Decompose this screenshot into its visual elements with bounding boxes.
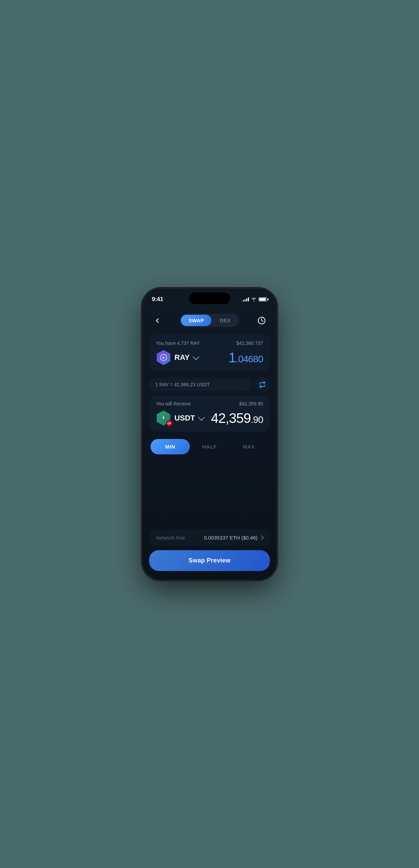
ray-token-logo: R bbox=[156, 350, 171, 365]
from-token-selector[interactable]: R RAY bbox=[156, 350, 198, 365]
header: SWAP DEX bbox=[142, 308, 277, 332]
tab-dex[interactable]: DEX bbox=[212, 315, 238, 326]
nav-tabs: SWAP DEX bbox=[180, 314, 239, 327]
to-token-name: USDT bbox=[174, 414, 195, 423]
spacer bbox=[149, 461, 270, 529]
status-time: 9:41 bbox=[152, 296, 163, 303]
dynamic-island bbox=[189, 293, 230, 304]
svg-text:R: R bbox=[162, 356, 165, 360]
receive-label: You will Receive bbox=[156, 401, 191, 406]
network-fee-row: Network Fee 0.0035337 ETH ($0.46) bbox=[156, 535, 263, 541]
from-token-chevron bbox=[193, 353, 200, 360]
from-amount-decimal: .04680 bbox=[236, 354, 263, 364]
battery-icon bbox=[259, 297, 267, 301]
signal-icon bbox=[243, 297, 249, 301]
from-token-amount[interactable]: 1.04680 bbox=[228, 350, 263, 365]
from-header: You have 4.737 RAY $42,360.737 bbox=[156, 340, 263, 346]
from-section: You have 4.737 RAY $42,360.737 R bbox=[149, 335, 270, 371]
exchange-rate-pill: 1 RAY = 41,986.23 USDT bbox=[149, 378, 252, 391]
network-fee-section[interactable]: Network Fee 0.0035337 ETH ($0.46) bbox=[149, 529, 270, 546]
amount-buttons: MIN HALF MAX bbox=[149, 438, 270, 456]
screen: 9:41 bbox=[142, 288, 277, 580]
to-section: You will Receive $42,359.90 ₮ bbox=[149, 396, 270, 431]
from-amount-main: 1 bbox=[228, 350, 236, 365]
receive-usd: $42,359.90 bbox=[239, 401, 263, 406]
usdt-token-logo-wrapper: ₮ OP bbox=[156, 411, 171, 426]
network-fee-chevron bbox=[259, 535, 264, 540]
swap-reverse-button[interactable] bbox=[255, 377, 270, 392]
from-token-row: R RAY 1.04680 bbox=[156, 350, 263, 365]
network-fee-amount: 0.0035337 ETH ($0.46) bbox=[204, 535, 258, 541]
status-icons bbox=[243, 297, 267, 301]
to-token-chevron bbox=[198, 414, 205, 421]
to-token-amount: 42,359.90 bbox=[211, 411, 263, 426]
to-header: You will Receive $42,359.90 bbox=[156, 401, 263, 406]
half-button[interactable]: HALF bbox=[190, 439, 229, 454]
exchange-rate-row: 1 RAY = 41,986.23 USDT bbox=[149, 377, 270, 392]
back-button[interactable] bbox=[150, 314, 164, 327]
exchange-rate-text: 1 RAY = 41,986.23 USDT bbox=[155, 382, 210, 387]
main-content: You have 4.737 RAY $42,360.737 R bbox=[142, 332, 277, 580]
tab-swap[interactable]: SWAP bbox=[181, 315, 211, 326]
to-token-selector[interactable]: ₮ OP USDT bbox=[156, 411, 204, 426]
op-badge: OP bbox=[166, 420, 172, 426]
from-token-name: RAY bbox=[174, 353, 189, 362]
to-token-row: ₮ OP USDT 42,359.90 bbox=[156, 411, 263, 426]
history-button[interactable] bbox=[255, 314, 269, 327]
network-fee-label: Network Fee bbox=[156, 535, 185, 541]
receive-amount-main: 42,359 bbox=[211, 411, 251, 426]
phone-frame: 9:41 bbox=[142, 288, 277, 580]
receive-amount-decimal: .90 bbox=[251, 414, 263, 425]
balance-usd: $42,360.737 bbox=[236, 340, 263, 346]
svg-text:₮: ₮ bbox=[162, 416, 165, 420]
swap-preview-button[interactable]: Swap Preview bbox=[149, 550, 270, 571]
max-button[interactable]: MAX bbox=[229, 439, 269, 454]
balance-label: You have 4.737 RAY bbox=[156, 340, 200, 346]
min-button[interactable]: MIN bbox=[150, 439, 190, 454]
wifi-icon bbox=[251, 297, 257, 301]
network-fee-value: 0.0035337 ETH ($0.46) bbox=[204, 535, 263, 541]
